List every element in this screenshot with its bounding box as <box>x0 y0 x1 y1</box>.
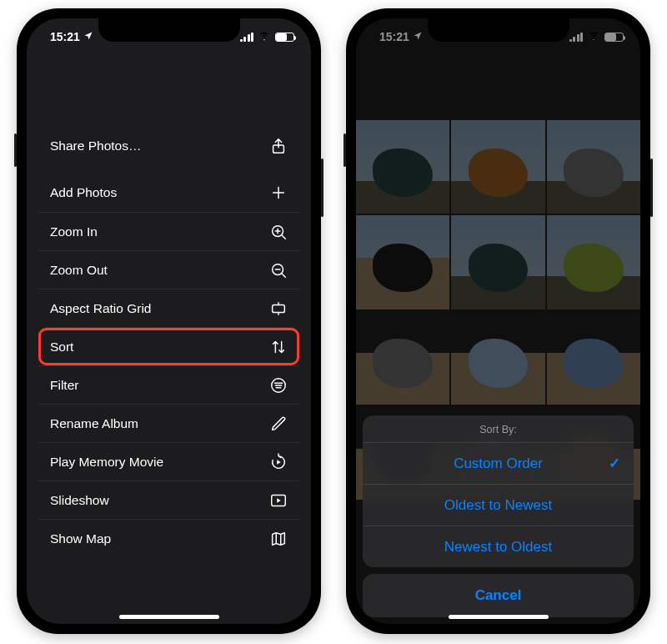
phone-right: 15:21 My Albums Select <box>346 8 650 634</box>
status-right <box>569 29 624 45</box>
rename-album-row[interactable]: Rename Album <box>38 404 299 442</box>
status-left: 15:21 <box>379 30 423 43</box>
notch <box>428 18 569 42</box>
aspect-ratio-grid-row[interactable]: Aspect Ratio Grid <box>38 289 299 327</box>
location-icon <box>83 31 93 43</box>
zoom-in-icon <box>269 223 288 241</box>
sort-row[interactable]: Sort <box>38 327 299 365</box>
menu-label: Slideshow <box>50 493 109 508</box>
battery-icon <box>275 33 294 42</box>
location-icon <box>413 31 423 43</box>
menu-label: Filter <box>50 378 78 393</box>
menu-label: Sort <box>50 340 73 355</box>
menu-label: Aspect Ratio Grid <box>50 301 151 316</box>
menu-label: Share Photos… <box>50 138 141 153</box>
menu-label: Play Memory Movie <box>50 455 163 470</box>
svg-rect-4 <box>273 304 285 312</box>
sheet-cancel-block: Cancel <box>363 574 634 617</box>
menu-label: Zoom Out <box>50 263 108 278</box>
aspect-ratio-icon <box>269 299 288 318</box>
play-rect-icon <box>269 491 288 510</box>
wifi-icon <box>258 29 271 45</box>
filter-icon <box>269 376 288 395</box>
sheet-title: Sort By: <box>363 415 634 442</box>
svg-point-0 <box>263 39 264 40</box>
zoom-in-row[interactable]: Zoom In <box>38 212 299 250</box>
sheet-options: Sort By: Custom Order Oldest to Newest N… <box>363 415 634 567</box>
menu-label: Add Photos <box>50 185 117 200</box>
status-left: 15:21 <box>50 30 93 43</box>
menu-label: Zoom In <box>50 224 98 239</box>
show-map-row[interactable]: Show Map <box>38 519 299 557</box>
screen-left: 15:21 WhatsApp 8 Jan 2005 – 29 Nov 2019 <box>27 18 311 624</box>
sort-option-newest[interactable]: Newest to Oldest <box>363 526 634 567</box>
zoom-out-icon <box>269 261 288 279</box>
cellular-icon <box>569 33 584 42</box>
plus-icon <box>269 184 288 202</box>
home-indicator[interactable] <box>119 615 219 619</box>
sort-icon <box>269 338 288 356</box>
phone-left: 15:21 WhatsApp 8 Jan 2005 – 29 Nov 2019 <box>17 8 321 634</box>
home-indicator[interactable] <box>449 615 549 619</box>
filter-row[interactable]: Filter <box>38 365 299 404</box>
add-photos-row[interactable]: Add Photos <box>38 174 299 212</box>
notch <box>98 18 240 42</box>
menu-label: Rename Album <box>50 416 138 431</box>
cancel-button[interactable]: Cancel <box>363 574 634 617</box>
menu-label: Show Map <box>50 531 111 546</box>
zoom-out-row[interactable]: Zoom Out <box>38 250 299 289</box>
pencil-icon <box>269 415 288 433</box>
share-photos-row[interactable]: Share Photos… <box>38 127 299 165</box>
wifi-icon <box>587 29 600 45</box>
clock: 15:21 <box>50 30 80 43</box>
menu-group-actions: Add Photos Zoom In Zoom Out Aspect Ratio… <box>38 174 299 557</box>
clock: 15:21 <box>379 30 409 43</box>
status-right <box>240 29 295 45</box>
sort-action-sheet: Sort By: Custom Order Oldest to Newest N… <box>363 415 634 617</box>
svg-point-7 <box>593 39 594 40</box>
screen-right: 15:21 My Albums Select <box>356 18 640 624</box>
replay-icon <box>269 453 288 471</box>
cellular-icon <box>240 33 254 42</box>
map-icon <box>269 530 288 548</box>
sort-option-custom[interactable]: Custom Order <box>363 442 634 484</box>
menu-group-share: Share Photos… <box>38 127 299 165</box>
share-icon <box>269 137 288 155</box>
battery-icon <box>604 33 624 42</box>
sort-option-oldest[interactable]: Oldest to Newest <box>363 484 634 526</box>
slideshow-row[interactable]: Slideshow <box>38 480 299 519</box>
play-memory-movie-row[interactable]: Play Memory Movie <box>38 442 299 480</box>
